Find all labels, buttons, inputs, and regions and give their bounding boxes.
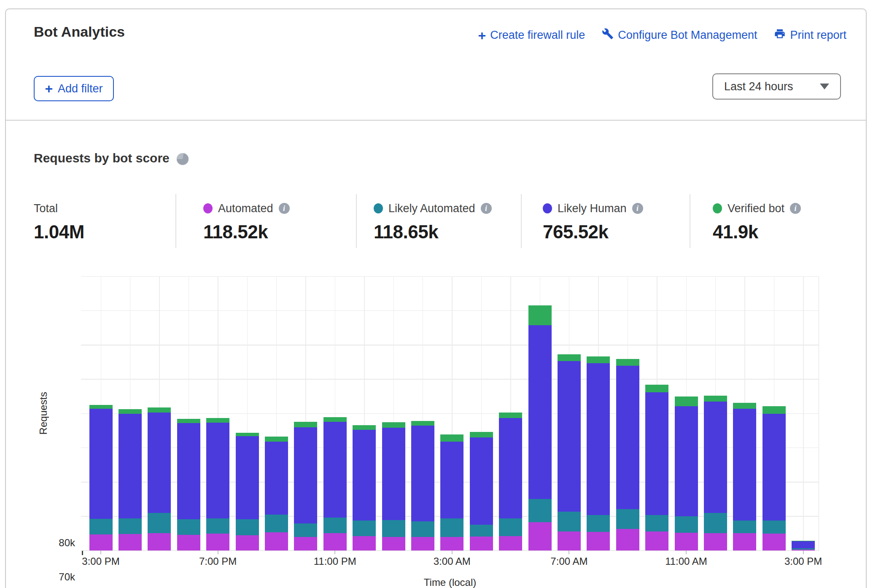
bar-segment-likely-automated[interactable] <box>704 513 727 533</box>
info-icon[interactable]: i <box>279 203 290 214</box>
bar-3-00-pm[interactable] <box>792 276 815 550</box>
bar-2-00-pm[interactable] <box>763 276 786 550</box>
bar-9-00-pm[interactable] <box>265 276 288 550</box>
bar-segment-verified-bot[interactable] <box>236 433 259 436</box>
bar-segment-verified-bot[interactable] <box>704 396 727 402</box>
bar-segment-verified-bot[interactable] <box>89 405 113 409</box>
bar-4-00-am[interactable] <box>470 276 493 550</box>
bar-segment-likely-automated[interactable] <box>294 523 317 537</box>
bar-8-00-am[interactable] <box>587 276 610 550</box>
bar-7-00-am[interactable] <box>558 276 581 550</box>
bar-segment-verified-bot[interactable] <box>763 406 786 414</box>
bar-3-00-am[interactable] <box>440 276 463 550</box>
bar-11-00-am[interactable] <box>675 276 698 550</box>
bar-segment-verified-bot[interactable] <box>499 413 522 418</box>
bar-6-00-am[interactable] <box>528 276 552 550</box>
bar-segment-automated[interactable] <box>528 522 552 550</box>
bar-segment-verified-bot[interactable] <box>177 419 200 423</box>
bar-3-00-pm[interactable] <box>89 276 113 550</box>
bar-segment-likely-automated[interactable] <box>323 518 347 533</box>
print-report-link[interactable]: Print report <box>774 28 846 43</box>
bar-segment-automated[interactable] <box>119 534 142 550</box>
info-icon[interactable]: i <box>481 203 492 214</box>
bar-segment-likely-automated[interactable] <box>206 518 229 534</box>
bar-4-00-pm[interactable] <box>119 276 142 550</box>
bar-segment-likely-automated[interactable] <box>148 513 171 533</box>
bar-11-00-pm[interactable] <box>323 276 347 550</box>
bar-segment-likely-automated[interactable] <box>119 518 142 534</box>
bar-segment-likely-human[interactable] <box>558 361 581 512</box>
bar-7-00-pm[interactable] <box>206 276 229 550</box>
bar-segment-verified-bot[interactable] <box>616 359 639 366</box>
bar-segment-automated[interactable] <box>499 536 522 550</box>
bar-segment-verified-bot[interactable] <box>587 356 610 363</box>
bar-segment-likely-automated[interactable] <box>675 516 698 533</box>
bar-segment-automated[interactable] <box>294 537 317 550</box>
bar-segment-likely-automated[interactable] <box>499 518 522 536</box>
bar-segment-automated[interactable] <box>645 531 668 551</box>
bar-segment-likely-human[interactable] <box>499 418 522 519</box>
bar-5-00-am[interactable] <box>499 276 522 550</box>
bar-1-00-am[interactable] <box>382 276 405 550</box>
bar-segment-likely-human[interactable] <box>411 426 434 521</box>
bar-segment-likely-human[interactable] <box>616 366 639 509</box>
bar-segment-likely-automated[interactable] <box>236 519 259 535</box>
bar-segment-automated[interactable] <box>148 533 171 550</box>
bar-10-00-pm[interactable] <box>294 276 317 550</box>
bar-segment-likely-human[interactable] <box>119 414 142 518</box>
bar-segment-likely-automated[interactable] <box>470 525 493 537</box>
bar-segment-likely-human[interactable] <box>206 423 229 518</box>
bar-segment-verified-bot[interactable] <box>265 437 288 441</box>
bar-segment-automated[interactable] <box>675 533 698 550</box>
bar-segment-likely-automated[interactable] <box>616 509 639 529</box>
bar-segment-likely-human[interactable] <box>353 430 376 521</box>
bar-6-00-pm[interactable] <box>177 276 200 550</box>
bar-segment-automated[interactable] <box>177 535 200 550</box>
bar-segment-verified-bot[interactable] <box>294 422 317 427</box>
bar-segment-automated[interactable] <box>236 535 259 550</box>
bar-segment-likely-human[interactable] <box>675 406 698 516</box>
bar-10-00-am[interactable] <box>645 276 668 550</box>
bar-segment-automated[interactable] <box>587 532 610 550</box>
bar-segment-likely-human[interactable] <box>382 428 405 520</box>
bar-2-00-am[interactable] <box>411 276 434 550</box>
bar-segment-likely-automated[interactable] <box>382 520 405 537</box>
bar-segment-verified-bot[interactable] <box>148 407 171 413</box>
bar-segment-verified-bot[interactable] <box>382 422 405 428</box>
bar-segment-verified-bot[interactable] <box>558 354 581 361</box>
bar-segment-likely-automated[interactable] <box>645 515 668 531</box>
bar-segment-automated[interactable] <box>382 537 405 551</box>
bar-segment-likely-automated[interactable] <box>353 521 376 536</box>
bar-segment-likely-automated[interactable] <box>265 515 288 532</box>
bar-segment-verified-bot[interactable] <box>440 434 463 441</box>
bar-segment-likely-human[interactable] <box>323 422 347 518</box>
info-icon[interactable]: i <box>790 203 801 214</box>
bar-segment-likely-human[interactable] <box>148 413 171 513</box>
bar-segment-verified-bot[interactable] <box>323 417 347 422</box>
bar-segment-likely-human[interactable] <box>236 436 259 519</box>
bar-segment-likely-human[interactable] <box>704 402 727 512</box>
bar-segment-likely-automated[interactable] <box>89 519 113 534</box>
bar-segment-likely-automated[interactable] <box>528 499 552 522</box>
bar-segment-likely-automated[interactable] <box>411 521 434 537</box>
bar-12-00-pm[interactable] <box>704 276 727 550</box>
bar-segment-automated[interactable] <box>89 534 113 550</box>
bar-segment-automated[interactable] <box>411 537 434 551</box>
bar-segment-verified-bot[interactable] <box>206 418 229 423</box>
bar-segment-likely-human[interactable] <box>294 427 317 523</box>
bar-segment-verified-bot[interactable] <box>528 305 552 325</box>
configure-bot-management-link[interactable]: Configure Bot Management <box>602 28 757 43</box>
bar-1-00-pm[interactable] <box>733 276 756 550</box>
create-firewall-rule-link[interactable]: + Create firewall rule <box>478 29 585 42</box>
bar-12-00-am[interactable] <box>353 276 376 550</box>
add-filter-button[interactable]: + Add filter <box>34 76 114 101</box>
bar-segment-automated[interactable] <box>763 534 786 550</box>
bar-segment-likely-automated[interactable] <box>558 512 581 531</box>
bar-segment-likely-human[interactable] <box>265 442 288 515</box>
bar-9-00-am[interactable] <box>616 276 639 550</box>
bar-segment-verified-bot[interactable] <box>353 425 376 430</box>
info-icon[interactable]: i <box>632 203 643 214</box>
bar-segment-automated[interactable] <box>353 536 376 550</box>
bar-segment-automated[interactable] <box>265 532 288 550</box>
bar-segment-likely-automated[interactable] <box>587 515 610 532</box>
